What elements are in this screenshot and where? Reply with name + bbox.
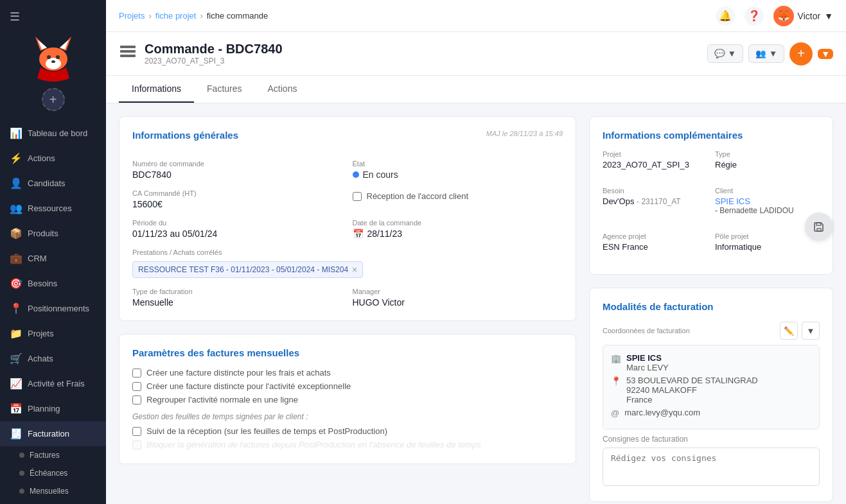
breadcrumb-sep2: › xyxy=(200,11,202,21)
svg-point-5 xyxy=(46,58,61,69)
tag-remove-button[interactable]: × xyxy=(352,265,357,275)
gestion-label: Gestion des feuilles de temps signées pa… xyxy=(132,412,563,421)
left-column: Informations générales MAJ le 28/11/23 à… xyxy=(119,116,576,491)
sidebar-item-produits[interactable]: 📦 Produits xyxy=(0,221,106,246)
etat-value: En cours xyxy=(363,169,398,180)
coords-actions: ✏️ ▼ xyxy=(780,322,820,340)
params-card: Paramètres des factures mensuelles Créer… xyxy=(119,334,576,464)
prestation-tag-text: RESSOURCE TEST F36 - 01/11/2023 - 05/01/… xyxy=(138,265,348,274)
checkbox-exceptionnelle[interactable] xyxy=(132,382,141,391)
ressources-icon: 👥 xyxy=(10,202,22,214)
checkbox-frais[interactable] xyxy=(132,369,141,378)
add-caret-button[interactable]: ▼ xyxy=(818,49,833,59)
tab-actions[interactable]: Actions xyxy=(255,76,310,103)
etat-label: État xyxy=(353,160,563,168)
user-menu[interactable]: 🦊 Victor ▼ xyxy=(773,6,833,26)
addr-country: France xyxy=(626,395,758,404)
sidebar-item-positionnements[interactable]: 📍 Positionnements xyxy=(0,296,106,321)
breadcrumb-projets[interactable]: Projets xyxy=(119,11,145,21)
tab-informations[interactable]: Informations xyxy=(119,76,194,103)
client-value[interactable]: SPIE ICS xyxy=(715,196,820,206)
projets-icon: 📁 xyxy=(10,327,22,340)
prestations-section: Prestations / Achats corrélés RESSOURCE … xyxy=(132,248,563,278)
svg-point-6 xyxy=(47,55,51,59)
etat-field: État En cours xyxy=(353,160,563,180)
notifications-button[interactable]: 🔔 xyxy=(716,6,735,26)
besoin-label: Besoin xyxy=(603,187,707,195)
sidebar-item-besoins[interactable]: 🎯 Besoins xyxy=(0,271,106,296)
checkbox-suivi[interactable] xyxy=(132,427,141,436)
sidebar-item-label: Actions xyxy=(28,153,55,163)
hamburger-menu[interactable]: ☰ xyxy=(0,6,30,27)
produits-icon: 📦 xyxy=(10,227,22,239)
checkbox-normale-row: Regrouper l'activité normale en une lign… xyxy=(132,395,563,404)
sidebar-item-crm[interactable]: 💼 CRM xyxy=(0,246,106,271)
sidebar-logo xyxy=(28,30,79,82)
type-field: Type Régie xyxy=(715,150,820,169)
positionnements-icon: 📍 xyxy=(10,302,22,315)
info-comp-grid: Projet 2023_AO70_AT_SPI_3 Type Régie Bes… xyxy=(603,150,820,261)
tab-factures[interactable]: Factures xyxy=(194,76,254,103)
sidebar-item-label: Planning xyxy=(28,404,60,413)
addr-company-block: SPIE ICS Marc LEVY xyxy=(626,353,669,372)
info-generale-card: Informations générales MAJ le 28/11/23 à… xyxy=(119,116,576,321)
consignes-input[interactable] xyxy=(603,448,820,486)
client-contact: - Bernadette LADIDOU xyxy=(715,206,820,215)
addr-contact: Marc LEVY xyxy=(626,363,669,372)
page-header-left: Commande - BDC7840 2023_AO70_AT_SPI_3 xyxy=(119,42,283,65)
svg-point-8 xyxy=(51,60,55,63)
coords-label: Coordonnées de facturation xyxy=(603,327,690,335)
sidebar-item-candidats[interactable]: 👤 Candidats xyxy=(0,171,106,196)
info-grid: Numéro de commande BDC7840 État En cours xyxy=(132,160,563,239)
share-button[interactable]: 👥 ▼ xyxy=(748,44,784,63)
sidebar-item-tableau-de-bord[interactable]: 📊 Tableau de bord xyxy=(0,121,106,146)
status-badge: En cours xyxy=(353,169,563,180)
sidebar-add-button[interactable]: + xyxy=(42,88,65,111)
help-button[interactable]: ❓ xyxy=(745,6,764,26)
activite-icon: 📈 xyxy=(10,378,22,390)
sidebar-item-projets[interactable]: 📁 Projets xyxy=(0,321,106,346)
checkbox-normale[interactable] xyxy=(132,395,141,404)
comment-button[interactable]: 💬 ▼ xyxy=(707,44,743,63)
sidebar-item-label: Besoins xyxy=(28,279,57,288)
addr-email-row: @ marc.levy@yqu.com xyxy=(611,408,811,418)
client-label: Client xyxy=(715,187,820,195)
sidebar-item-ressources[interactable]: 👥 Ressources xyxy=(0,196,106,221)
params-title: Paramètres des factures mensuelles xyxy=(132,347,563,358)
type-facturation-field: Type de facturation Mensuelle xyxy=(132,288,343,308)
svg-rect-11 xyxy=(120,55,136,57)
reception-checkbox[interactable] xyxy=(353,192,362,201)
sidebar-item-label: Positionnements xyxy=(28,304,89,313)
checkbox-bloquer[interactable] xyxy=(132,440,141,449)
sub-dot-mensuelles xyxy=(19,489,24,494)
edit-coords-button[interactable]: ✏️ xyxy=(780,322,798,340)
addr-line2: 92240 MALAKOFF xyxy=(626,385,758,395)
sidebar-sub-mensuelles[interactable]: Mensuelles xyxy=(0,482,106,500)
addr-location-block: 53 BOULEVARD DE STALINGRAD 92240 MALAKOF… xyxy=(626,376,758,404)
agence-field: Agence projet ESN France xyxy=(603,232,707,252)
breadcrumb-fiche-projet[interactable]: fiche projet xyxy=(155,11,197,21)
checkbox-suivi-label: Suivi de la réception (sur les feuilles … xyxy=(146,426,387,436)
card-header: Informations générales MAJ le 28/11/23 à… xyxy=(132,130,563,150)
expand-coords-button[interactable]: ▼ xyxy=(802,322,820,340)
sidebar-sub-echeances[interactable]: Échéances xyxy=(0,464,106,482)
topbar-right: 🔔 ❓ 🦊 Victor ▼ xyxy=(716,6,833,26)
sidebar-sub-factures[interactable]: Factures xyxy=(0,446,106,464)
save-fab-button[interactable] xyxy=(805,213,833,241)
comment-icon: 💬 xyxy=(714,49,725,58)
share-caret: ▼ xyxy=(769,49,777,58)
agence-value: ESN France xyxy=(603,242,707,252)
add-button[interactable]: + xyxy=(789,42,813,65)
sidebar-item-achats[interactable]: 🛒 Achats xyxy=(0,346,106,371)
sidebar-item-facturation[interactable]: 🧾 Facturation xyxy=(0,421,106,446)
type-facturation-label: Type de facturation xyxy=(132,288,343,295)
periode-label: Période du xyxy=(132,219,343,227)
numero-commande-field: Numéro de commande BDC7840 xyxy=(132,160,343,180)
sidebar-item-actions[interactable]: ⚡ Actions xyxy=(0,146,106,171)
sidebar-item-label: Ressources xyxy=(28,204,72,213)
candidats-icon: 👤 xyxy=(10,177,22,189)
sidebar-item-planning[interactable]: 📅 Planning xyxy=(0,396,106,421)
sidebar-item-activite[interactable]: 📈 Activité et Frais xyxy=(0,371,106,396)
manager-value: HUGO Victor xyxy=(353,297,563,308)
addr-company: SPIE ICS xyxy=(626,353,669,363)
